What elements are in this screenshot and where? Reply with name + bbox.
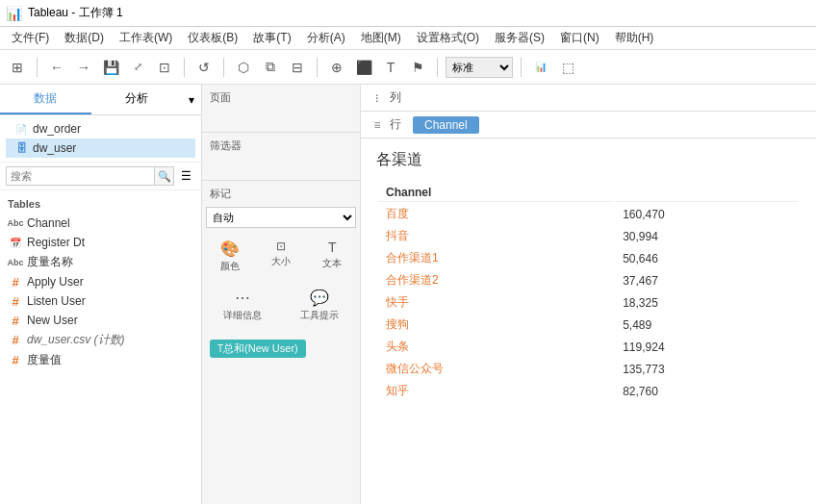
sum-badge-label: 总和(New User): [223, 341, 298, 356]
menu-server[interactable]: 服务器(S): [487, 28, 552, 48]
menu-dashboard[interactable]: 仪表板(B): [180, 28, 245, 48]
menu-analysis[interactable]: 分析(A): [299, 28, 353, 48]
marks-type-select[interactable]: 自动 条形图 线型 区域 圆形 形状 文本 地图 饼图 甘特条形图 多边形 密度: [206, 207, 356, 228]
search-input[interactable]: [6, 166, 155, 186]
menu-data[interactable]: 数据(D): [57, 28, 112, 48]
marks-detail-btn[interactable]: ⋯ 详细信息: [206, 285, 279, 326]
toolbar-show-me-btn[interactable]: 📊: [529, 56, 552, 79]
field-icon-csv-count: #: [8, 333, 23, 348]
right-panel: ⫶ 列 ≡ 行 Channel 各渠道 Channel 百度160,470抖音3…: [361, 85, 816, 504]
menu-map[interactable]: 地图(M): [353, 28, 409, 48]
value-cell: 37,467: [615, 270, 799, 290]
toolbar-save-btn[interactable]: 💾: [99, 56, 122, 79]
marks-color-btn[interactable]: 🎨 颜色: [206, 236, 253, 277]
menu-format[interactable]: 设置格式(O): [409, 28, 487, 48]
channel-cell: 合作渠道1: [378, 248, 613, 268]
table-row: 头条119,924: [378, 337, 799, 357]
channel-cell: 搜狗: [378, 315, 613, 335]
field-listen-user[interactable]: # Listen User: [0, 291, 201, 311]
columns-label: 列: [390, 89, 401, 106]
toolbar-sep-6: [521, 58, 522, 77]
field-icon-measure-name: Abc: [8, 255, 23, 270]
toolbar-label-btn[interactable]: ⊕: [325, 56, 348, 79]
menu-file[interactable]: 文件(F): [4, 28, 57, 48]
toolbar-scatter-btn[interactable]: ⊟: [286, 56, 309, 79]
field-icon-measure-value: #: [8, 353, 23, 368]
menu-worksheet[interactable]: 工作表(W): [112, 28, 180, 48]
toolbar-grid-btn[interactable]: ⊞: [6, 56, 29, 79]
menu-help[interactable]: 帮助(H): [607, 28, 662, 48]
channel-pill[interactable]: Channel: [413, 116, 479, 134]
marks-size-btn[interactable]: ⊡ 大小: [257, 236, 304, 277]
field-icon-apply-user: #: [8, 274, 23, 290]
marks-text-label: 文本: [322, 257, 342, 270]
channel-cell: 百度: [378, 204, 613, 224]
chart-table: Channel 百度160,470抖音30,994合作渠道150,646合作渠道…: [376, 182, 801, 403]
channel-cell: 快手: [378, 292, 613, 313]
field-register-dt[interactable]: 📅 Register Dt: [0, 233, 201, 252]
left-tabs: 数据 分析 ▾: [0, 85, 201, 115]
field-apply-user[interactable]: # Apply User: [0, 272, 201, 291]
filters-shelf: 筛选器: [202, 133, 360, 181]
fields-list: Tables Abc Channel 📅 Register Dt Abc 度量名…: [0, 190, 201, 504]
value-cell: 18,325: [615, 292, 799, 313]
menu-story[interactable]: 故事(T): [245, 28, 298, 48]
text-mark-icon: T: [328, 239, 337, 255]
marks-tooltip-label: 工具提示: [300, 309, 339, 322]
sum-badge[interactable]: T 总和(New User): [210, 340, 306, 358]
toolbar-new-btn[interactable]: ⤢: [126, 56, 149, 79]
toolbar-pin-btn[interactable]: ⚑: [406, 56, 429, 79]
channel-cell: 知乎: [378, 381, 613, 401]
datasource-icon-user: 🗄: [13, 140, 29, 156]
middle-panel: 页面 筛选器 标记 自动 条形图 线型 区域 圆形 形状 文本 地图 饼图 甘特…: [202, 85, 361, 504]
datasource-dw-user[interactable]: 🗄 dw_user: [6, 139, 195, 158]
tab-data[interactable]: 数据: [0, 85, 91, 114]
chart-area: 各渠道 Channel 百度160,470抖音30,994合作渠道150,646…: [361, 139, 816, 504]
toolbar-bar-btn[interactable]: ⧉: [259, 56, 282, 79]
list-view-btn[interactable]: ☰: [176, 166, 195, 186]
table-row: 合作渠道150,646: [378, 248, 799, 268]
field-channel[interactable]: Abc Channel: [0, 214, 201, 233]
toolbar-sep-1: [37, 58, 38, 77]
toolbar-collapse-btn[interactable]: ⬚: [556, 56, 579, 79]
columns-shelf: ⫶ 列: [361, 85, 816, 112]
toolbar-back-btn[interactable]: ←: [45, 56, 68, 79]
channel-cell: 合作渠道2: [378, 270, 613, 290]
table-row: 微信公众号135,773: [378, 359, 799, 379]
marks-panel: 标记 自动 条形图 线型 区域 圆形 形状 文本 地图 饼图 甘特条形图 多边形…: [202, 181, 360, 504]
menu-window[interactable]: 窗口(N): [552, 28, 607, 48]
tab-analysis[interactable]: 分析: [91, 85, 183, 114]
field-measure-name[interactable]: Abc 度量名称: [0, 252, 201, 272]
datasource-dw-order[interactable]: 📄 dw_order: [6, 119, 195, 139]
channel-cell: 微信公众号: [378, 359, 613, 379]
toolbar-refresh-btn[interactable]: ↺: [192, 56, 216, 79]
sum-badge-container: T 总和(New User): [206, 334, 356, 364]
table-value-header: [615, 184, 799, 202]
title-text: Tableau - 工作簿 1: [28, 5, 123, 21]
value-cell: 50,646: [615, 248, 799, 268]
channel-cell: 抖音: [378, 226, 613, 246]
tab-more-btn[interactable]: ▾: [182, 85, 201, 114]
toolbar-annotate-btn[interactable]: ⬛: [352, 56, 375, 79]
toolbar-datasource-btn[interactable]: ⊡: [153, 56, 176, 79]
channel-cell: 头条: [378, 337, 613, 357]
field-icon-new-user: #: [8, 313, 23, 328]
title-bar: 📊 Tableau - 工作簿 1: [0, 0, 816, 27]
toolbar-forward-btn[interactable]: →: [72, 56, 95, 79]
rows-shelf: ≡ 行 Channel: [361, 112, 816, 139]
toolbar-format-btn[interactable]: T: [379, 56, 402, 79]
field-csv-count[interactable]: # dw_user.csv (计数): [0, 330, 201, 350]
color-icon: 🎨: [220, 239, 240, 258]
rows-label: 行: [390, 116, 401, 133]
view-mode-select[interactable]: 标准 整个视图 固定高度 固定宽度: [446, 57, 513, 78]
table-row: 知乎82,760: [378, 381, 799, 401]
columns-icon: ⫶: [369, 89, 386, 107]
search-btn[interactable]: 🔍: [155, 166, 174, 186]
marks-text-btn[interactable]: T 文本: [309, 236, 356, 277]
toolbar-chart-btn[interactable]: ⬡: [232, 56, 255, 79]
field-measure-value[interactable]: # 度量值: [0, 350, 201, 370]
marks-tooltip-btn[interactable]: 💬 工具提示: [283, 285, 356, 326]
value-cell: 30,994: [615, 226, 799, 246]
field-new-user[interactable]: # New User: [0, 311, 201, 330]
table-row: 抖音30,994: [378, 226, 799, 246]
